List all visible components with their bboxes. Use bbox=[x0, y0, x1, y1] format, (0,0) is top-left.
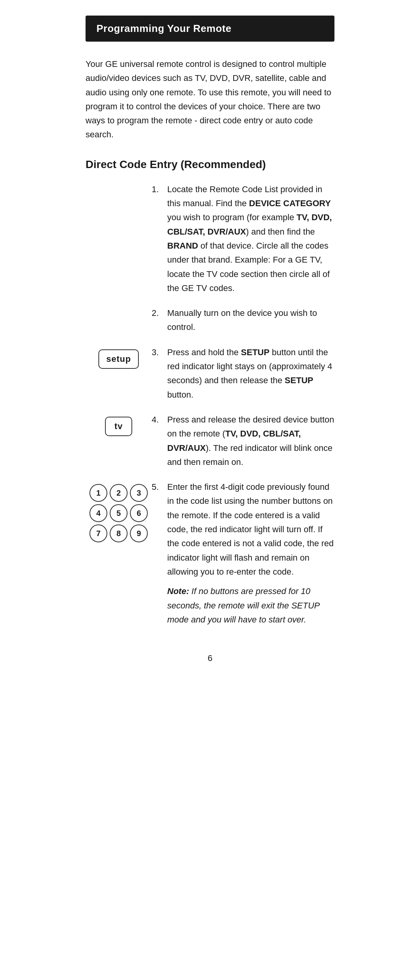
num-btn-8: 8 bbox=[110, 524, 128, 542]
intro-paragraph: Your GE universal remote control is desi… bbox=[86, 57, 334, 142]
step-1-number: 1. bbox=[152, 182, 164, 295]
step-5-number: 5. bbox=[152, 480, 164, 627]
num-btn-2: 2 bbox=[110, 484, 128, 502]
num-btn-5: 5 bbox=[110, 504, 128, 522]
step-2-icon-area bbox=[86, 306, 152, 335]
step-3-content: 3. Press and hold the SETUP button until… bbox=[152, 345, 334, 402]
step-4-text: Press and release the desired device but… bbox=[167, 413, 334, 469]
header-bar: Programming Your Remote bbox=[86, 16, 334, 42]
num-btn-6: 6 bbox=[130, 504, 148, 522]
number-buttons-illustration: 1 2 3 4 5 6 7 8 9 bbox=[89, 484, 148, 542]
step-2: 2. Manually turn on the device you wish … bbox=[86, 306, 334, 335]
step-3-icon-area: setup bbox=[86, 345, 152, 402]
num-btn-1: 1 bbox=[89, 484, 107, 502]
tv-button-illustration: tv bbox=[105, 417, 132, 436]
step-1-text: Locate the Remote Code List provided in … bbox=[167, 182, 334, 295]
num-btn-3: 3 bbox=[130, 484, 148, 502]
step-2-content: 2. Manually turn on the device you wish … bbox=[152, 306, 334, 335]
step-5: 1 2 3 4 5 6 7 8 9 5. Enter the first 4-d… bbox=[86, 480, 334, 627]
step-1-content: 1. Locate the Remote Code List provided … bbox=[152, 182, 334, 295]
page-title: Programming Your Remote bbox=[96, 23, 231, 34]
page-container: Programming Your Remote Your GE universa… bbox=[78, 0, 342, 980]
num-btn-9: 9 bbox=[130, 524, 148, 542]
step-2-text: Manually turn on the device you wish to … bbox=[167, 306, 334, 335]
step-5-content: 5. Enter the first 4-digit code previous… bbox=[152, 480, 334, 627]
num-btn-7: 7 bbox=[89, 524, 107, 542]
step-3-number: 3. bbox=[152, 345, 164, 402]
step-4-icon-area: tv bbox=[86, 413, 152, 469]
section-title: Direct Code Entry (Recommended) bbox=[86, 158, 334, 171]
step-4-number: 4. bbox=[152, 413, 164, 469]
step-1-icon-area bbox=[86, 182, 152, 295]
steps-container: 1. Locate the Remote Code List provided … bbox=[86, 182, 334, 638]
setup-button-illustration: setup bbox=[98, 349, 139, 369]
step-5-note: Note: If no buttons are pressed for 10 s… bbox=[167, 584, 334, 627]
step-5-icon-area: 1 2 3 4 5 6 7 8 9 bbox=[86, 480, 152, 627]
step-4-content: 4. Press and release the desired device … bbox=[152, 413, 334, 469]
step-4: tv 4. Press and release the desired devi… bbox=[86, 413, 334, 469]
page-number: 6 bbox=[86, 653, 334, 663]
num-btn-4: 4 bbox=[89, 504, 107, 522]
step-1: 1. Locate the Remote Code List provided … bbox=[86, 182, 334, 295]
step-3: setup 3. Press and hold the SETUP button… bbox=[86, 345, 334, 402]
step-3-text: Press and hold the SETUP button until th… bbox=[167, 345, 334, 402]
step-2-number: 2. bbox=[152, 306, 164, 335]
step-5-text: Enter the first 4-digit code previously … bbox=[167, 480, 334, 627]
